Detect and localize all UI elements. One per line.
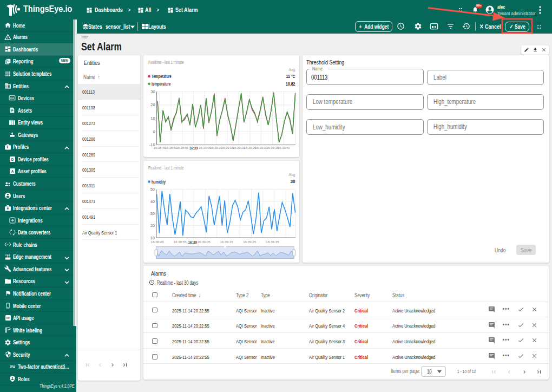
svg-text:40: 40 bbox=[150, 199, 155, 204]
svg-text:Avg: Avg bbox=[289, 172, 295, 177]
svg-text:16:38:45: 16:38:45 bbox=[154, 146, 166, 149]
svg-text:A: A bbox=[11, 169, 14, 173]
svg-text:16:39:10: 16:39:10 bbox=[210, 146, 222, 149]
svg-text:10.82: 10.82 bbox=[286, 81, 295, 86]
svg-text:16:39:25: 16:39:25 bbox=[244, 240, 257, 244]
svg-text:16:39: 16:39 bbox=[189, 145, 198, 150]
svg-text:11 °C: 11 °C bbox=[286, 74, 295, 79]
svg-text:20: 20 bbox=[151, 102, 155, 107]
svg-text:16:39:15: 16:39:15 bbox=[220, 240, 234, 244]
svg-text:D: D bbox=[11, 157, 14, 161]
svg-text:16:39:35: 16:39:35 bbox=[266, 240, 280, 244]
svg-text:16:38:45: 16:38:45 bbox=[151, 240, 165, 244]
svg-text:30: 30 bbox=[151, 89, 155, 94]
svg-text:16:39:05: 16:39:05 bbox=[198, 240, 211, 244]
svg-text:16:39:30: 16:39:30 bbox=[255, 146, 268, 149]
svg-text:30: 30 bbox=[291, 179, 295, 184]
svg-text:30: 30 bbox=[150, 211, 155, 216]
svg-text:humidity: humidity bbox=[152, 179, 166, 185]
svg-text:16:39:40: 16:39:40 bbox=[278, 146, 291, 149]
svg-text:20: 20 bbox=[150, 223, 155, 228]
svg-text:16:39:35: 16:39:35 bbox=[267, 146, 279, 149]
svg-text:16:39: 16:39 bbox=[188, 240, 198, 245]
svg-text:temperature: temperature bbox=[152, 81, 170, 86]
svg-text:API: API bbox=[6, 317, 10, 319]
svg-text:16:38:55: 16:38:55 bbox=[176, 146, 189, 149]
svg-text:16:39:05: 16:39:05 bbox=[199, 146, 212, 149]
svg-text:50: 50 bbox=[150, 187, 155, 192]
svg-text:16:38:50: 16:38:50 bbox=[165, 146, 178, 149]
svg-text:16:39:25: 16:39:25 bbox=[244, 146, 257, 149]
svg-text:16:39:20: 16:39:20 bbox=[233, 146, 245, 149]
svg-text:Temperature: Temperature bbox=[152, 74, 172, 79]
svg-text:10: 10 bbox=[151, 116, 155, 121]
svg-text:Avg: Avg bbox=[289, 67, 295, 72]
svg-text:16:39:15: 16:39:15 bbox=[221, 146, 234, 149]
svg-text:16:38:55: 16:38:55 bbox=[174, 240, 187, 244]
svg-text:0: 0 bbox=[153, 129, 155, 134]
